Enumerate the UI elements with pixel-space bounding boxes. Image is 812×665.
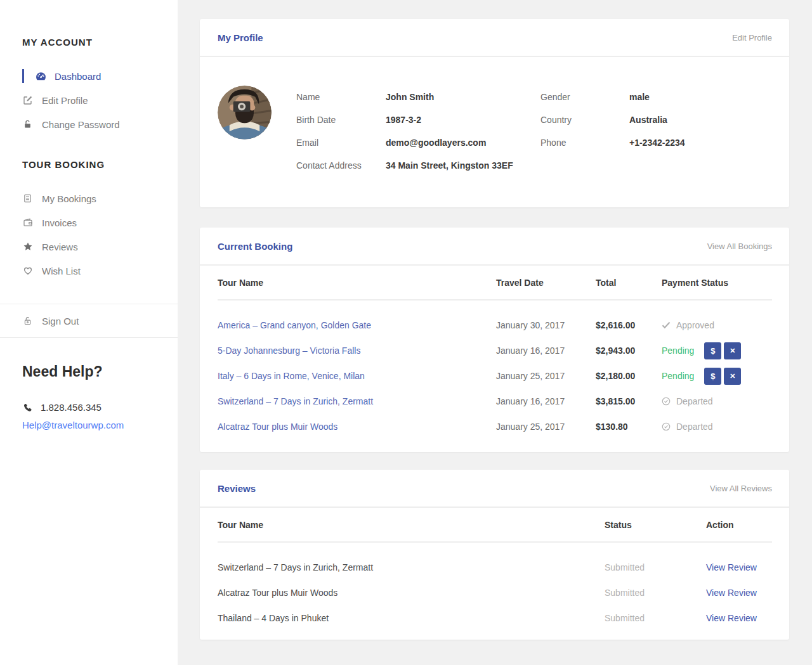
payment-actions: $ ✕ <box>704 368 741 385</box>
booking-tour-link[interactable]: Italy – 6 Days in Rome, Venice, Milan <box>218 371 365 381</box>
booking-tour-link[interactable]: 5-Day Johannesburg – Victoria Falls <box>218 345 360 356</box>
booking-travel-date: January 25, 2017 <box>496 422 596 432</box>
bookings-table-body: America – Grand canyon, Golden Gate Janu… <box>218 300 772 446</box>
booking-payment-status: Approved $ ✕ <box>662 320 772 330</box>
booking-row: Switzerland – 7 Days in Zurich, Zermatt … <box>218 389 772 414</box>
review-tour-name: Alcatraz Tour plus Muir Woods <box>218 588 605 598</box>
field-label: Name <box>296 92 386 102</box>
payment-status-text: Departed <box>676 396 713 406</box>
profile-fields-right: Gender male Country Australia Phone +1-2… <box>540 86 772 177</box>
booking-total: $3,815.00 <box>596 396 662 406</box>
sidebar-item-reviews[interactable]: Reviews <box>22 235 165 259</box>
sidebar-item-label: Change Password <box>42 119 120 130</box>
star-icon <box>23 242 42 252</box>
payment-status-text: Approved <box>676 320 714 330</box>
edit-profile-link[interactable]: Edit Profile <box>732 33 772 42</box>
sidebar-item-dashboard[interactable]: Dashboard <box>22 64 165 88</box>
profile-field: Gender male <box>540 86 772 108</box>
field-value: male <box>629 92 650 102</box>
profile-fields-left: Name John Smith Birth Date 1987-3-2 Emai… <box>296 86 540 177</box>
profile-field: Email demo@goodlayers.com <box>296 131 540 154</box>
approved-check-icon <box>662 321 671 329</box>
booking-row: Alcatraz Tour plus Muir Woods January 25… <box>218 414 772 439</box>
wallet-icon <box>23 217 42 228</box>
pay-button[interactable]: $ <box>704 342 721 359</box>
help-email-link[interactable]: Help@traveltourwp.com <box>22 420 124 430</box>
booking-payment-status: Departed $ ✕ <box>662 396 772 406</box>
column-header-payment-status: Payment Status <box>662 278 772 288</box>
heart-icon <box>23 266 42 276</box>
sidebar-heading-tour-booking: TOUR BOOKING <box>22 159 165 170</box>
booking-payment-status: Departed $ ✕ <box>662 422 772 432</box>
help-phone-number: 1.828.456.345 <box>41 402 102 413</box>
field-value: John Smith <box>386 92 434 102</box>
view-all-reviews-link[interactable]: View All Reviews <box>710 484 772 493</box>
field-label: Country <box>540 115 629 125</box>
booking-total: $2,616.00 <box>596 320 662 330</box>
field-value: 34 Main Street, Kingston 33EF <box>386 160 513 171</box>
booking-travel-date: January 16, 2017 <box>496 345 596 356</box>
sidebar-item-label: Reviews <box>42 242 78 252</box>
booking-payment-status: Pending $ ✕ <box>662 368 772 385</box>
sidebar-item-sign-out[interactable]: Sign Out <box>22 316 79 326</box>
column-header-total: Total <box>596 278 662 288</box>
profile-field: Birth Date 1987-3-2 <box>296 108 540 131</box>
booking-tour-link[interactable]: America – Grand canyon, Golden Gate <box>218 320 371 330</box>
profile-field: Phone +1-2342-2234 <box>540 131 772 154</box>
view-all-bookings-link[interactable]: View All Bookings <box>707 242 772 251</box>
payment-actions: $ ✕ <box>704 342 741 359</box>
booking-total: $2,180.00 <box>596 371 662 381</box>
booking-row: America – Grand canyon, Golden Gate Janu… <box>218 313 772 338</box>
sidebar-item-wish-list[interactable]: Wish List <box>22 259 165 283</box>
reviews-table-header: Tour Name Status Action <box>218 508 772 543</box>
edit-pencil-icon <box>23 95 42 105</box>
review-status: Submitted <box>605 613 706 623</box>
booking-travel-date: January 16, 2017 <box>496 396 596 406</box>
field-label: Gender <box>540 92 629 102</box>
payment-status-text: Departed <box>676 422 713 432</box>
current-booking-card: Current Booking View All Bookings Tour N… <box>200 228 789 452</box>
sidebar-item-edit-profile[interactable]: Edit Profile <box>22 88 165 112</box>
cancel-booking-button[interactable]: ✕ <box>724 368 741 385</box>
payment-status-text: Pending <box>662 371 694 381</box>
booking-row: Italy – 6 Days in Rome, Venice, Milan Ja… <box>218 363 772 389</box>
view-review-link[interactable]: View Review <box>706 562 757 572</box>
column-header-action: Action <box>706 520 772 530</box>
lock-icon <box>23 119 42 129</box>
review-tour-name: Switzerland – 7 Days in Zurich, Zermatt <box>218 562 605 572</box>
sidebar: MY ACCOUNT Dashboard Edit Profile Change… <box>0 0 178 665</box>
sidebar-item-change-password[interactable]: Change Password <box>22 112 165 136</box>
bookings-table-header: Tour Name Travel Date Total Payment Stat… <box>218 266 772 300</box>
avatar <box>218 86 272 139</box>
departed-circle-check-icon <box>662 422 671 431</box>
sidebar-item-label: Wish List <box>42 266 81 276</box>
dashboard-gauge-icon <box>36 71 55 82</box>
need-help-title: Need Help? <box>22 363 165 380</box>
review-tour-name: Thailand – 4 Days in Phuket <box>218 613 605 623</box>
departed-circle-check-icon <box>662 397 671 406</box>
unlock-icon <box>23 316 42 326</box>
pay-button[interactable]: $ <box>704 368 721 385</box>
booking-travel-date: January 25, 2017 <box>496 371 596 381</box>
booking-tour-link[interactable]: Switzerland – 7 Days in Zurich, Zermatt <box>218 396 373 406</box>
field-label: Contact Address <box>296 160 386 171</box>
sidebar-item-label: Dashboard <box>55 71 101 82</box>
booking-tour-link[interactable]: Alcatraz Tour plus Muir Woods <box>218 422 337 432</box>
sidebar-item-invoices[interactable]: Invoices <box>22 210 165 235</box>
sidebar-item-label: Invoices <box>42 217 77 228</box>
sidebar-divider <box>0 337 178 338</box>
reviews-card: Reviews View All Reviews Tour Name Statu… <box>200 470 789 640</box>
cancel-booking-button[interactable]: ✕ <box>724 342 741 359</box>
view-review-link[interactable]: View Review <box>706 588 757 598</box>
view-review-link[interactable]: View Review <box>706 613 757 623</box>
phone-icon <box>22 403 41 413</box>
profile-field: Contact Address 34 Main Street, Kingston… <box>296 154 540 177</box>
sidebar-item-my-bookings[interactable]: My Bookings <box>22 186 165 210</box>
main-content: My Profile Edit Profile <box>178 0 812 640</box>
booking-total: $130.80 <box>596 422 662 432</box>
field-value: +1-2342-2234 <box>629 138 685 148</box>
field-value: 1987-3-2 <box>386 115 421 125</box>
review-row: Alcatraz Tour plus Muir Woods Submitted … <box>218 580 772 605</box>
review-status: Submitted <box>605 562 706 572</box>
my-profile-card: My Profile Edit Profile <box>200 19 789 207</box>
